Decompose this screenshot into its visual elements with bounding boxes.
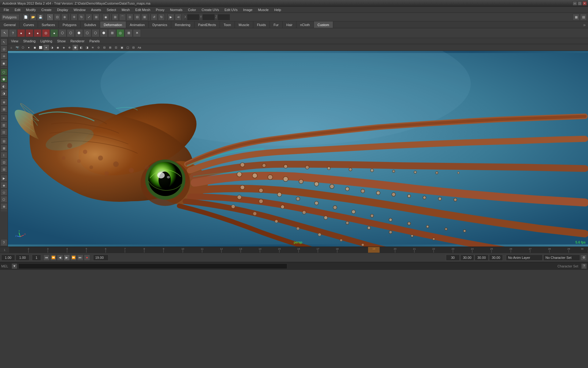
shelf-icon-13[interactable]: ✕ [133, 29, 141, 37]
tab-toon[interactable]: Toon [220, 21, 235, 28]
play-back-button[interactable]: ◀ [57, 255, 63, 261]
vp-home-button[interactable]: ⌂ [9, 45, 14, 50]
range-start-field[interactable] [446, 255, 460, 261]
snap-view-button[interactable]: ⊟ [134, 14, 141, 21]
close-button[interactable]: ✕ [582, 1, 587, 6]
select-mode-button[interactable]: ↖ [1, 39, 7, 45]
play-last-button[interactable]: ⏭ [77, 255, 83, 261]
save-scene-button[interactable]: 💾 [37, 14, 44, 21]
tab-curves[interactable]: Curves [20, 21, 38, 28]
soft-mod-button[interactable]: ◉ [1, 60, 7, 67]
start-frame-field[interactable] [1, 255, 15, 261]
tab-general[interactable]: General [0, 21, 20, 28]
vp-camera-gate-button[interactable]: ⊡ [113, 45, 119, 50]
show-manipulator-button[interactable]: ⊕ [1, 99, 7, 105]
tab-hair[interactable]: Hair [283, 21, 296, 28]
brush-button[interactable]: ◑ [1, 90, 7, 97]
tab-surfaces[interactable]: Surfaces [38, 21, 59, 28]
tab-dynamics[interactable]: Dynamics [149, 21, 171, 28]
menu-color[interactable]: Color [186, 7, 198, 12]
outliner-button[interactable]: ⊟ [1, 138, 7, 144]
shelf-icon-12[interactable]: ⊠ [125, 29, 133, 37]
range-end-field[interactable] [460, 255, 474, 261]
tab-animation[interactable]: Animation [126, 21, 149, 28]
snap-live-button[interactable]: ⊠ [141, 14, 148, 21]
shelf-icon-green2[interactable]: ◎ [116, 29, 124, 37]
shelf-icon-5[interactable]: ⬡ [58, 29, 66, 37]
visor-button[interactable]: ◇ [1, 189, 7, 196]
vp-menu-show[interactable]: Show [55, 39, 68, 43]
timeline-ruler[interactable]: 1 2 3 4 5 6 7 8 9 10 11 12 [0, 247, 588, 253]
snap-point-button[interactable]: ⊙ [126, 14, 133, 21]
vp-wire-button[interactable]: ⬡ [20, 45, 26, 50]
minimize-button[interactable]: ─ [573, 1, 577, 6]
shelf-icon-red2[interactable]: ● [25, 29, 33, 37]
render-button[interactable]: ▶ [168, 14, 174, 21]
tab-expand-button[interactable]: » [581, 21, 588, 28]
paint-button[interactable]: ◐ [1, 83, 7, 90]
move-tool-button[interactable]: ✛ [71, 14, 77, 21]
trax-editor-button[interactable]: ⊟ [1, 166, 7, 173]
soft-select-button[interactable]: ◉ [102, 14, 109, 21]
tab-subdivs[interactable]: Subdivs [81, 21, 100, 28]
channel-box-button[interactable]: ☰ [1, 122, 7, 128]
select-tool-button[interactable]: ↖ [47, 14, 53, 21]
character-set-field[interactable]: No Character Set [543, 255, 580, 261]
layout-button[interactable]: ▦ [573, 14, 579, 21]
shelf-icon-red3[interactable]: ● [34, 29, 42, 37]
vp-xray-button[interactable]: ◈ [61, 45, 66, 50]
vp-resolution-gate-button[interactable]: ▢ [125, 45, 130, 50]
vp-dof-button[interactable]: ⊙ [96, 45, 101, 50]
playback-end-field[interactable] [489, 255, 503, 261]
vp-menu-renderer[interactable]: Renderer [69, 39, 86, 43]
transform-button[interactable]: ✛ [1, 53, 7, 59]
tab-rendering[interactable]: Rendering [171, 21, 194, 28]
menu-help[interactable]: Help [272, 7, 284, 12]
viewport-canvas[interactable]: Verts: 0 0 0 Edges: 0 0 0 Faces: 0 0 [8, 51, 588, 247]
shelf-icon-green1[interactable]: ● [50, 29, 58, 37]
paint-select-button[interactable]: ⊕ [61, 14, 68, 21]
dope-sheet-button[interactable]: ⊡ [1, 159, 7, 166]
shelf-icon-10[interactable]: ⬢ [100, 29, 108, 37]
current-frame-field[interactable] [16, 255, 29, 261]
y-input[interactable] [202, 14, 215, 20]
vp-safe-areas-button[interactable]: ⊟ [131, 45, 136, 50]
render-view-button[interactable]: ▶ [1, 175, 7, 182]
blend-shape-button[interactable]: ⬡ [1, 196, 7, 203]
tab-polygons[interactable]: Polygons [59, 21, 80, 28]
frame-number-field[interactable] [32, 255, 41, 261]
tab-muscle[interactable]: Muscle [235, 21, 253, 28]
mel-input[interactable] [18, 263, 287, 269]
tab-fluids[interactable]: Fluids [253, 21, 270, 28]
vp-high-res-button[interactable]: ◉ [55, 45, 61, 50]
vp-hud-button[interactable]: ⊟ [102, 45, 107, 50]
timeline-settings-button[interactable]: ⚙ [581, 255, 587, 261]
tab-ncloth[interactable]: nCloth [296, 21, 314, 28]
menu-image[interactable]: Image [241, 7, 255, 12]
sculpt-button[interactable]: ⬡ [1, 69, 7, 75]
mode-selector[interactable]: Polygons [1, 14, 20, 20]
menu-edit-uvs[interactable]: Edit UVs [222, 7, 240, 12]
vp-ao-button[interactable]: ◨ [84, 45, 90, 50]
vp-flat-button[interactable]: ◼ [32, 45, 37, 50]
play-next-button[interactable]: ⏩ [70, 255, 77, 261]
vp-smooth-button[interactable]: ● [26, 45, 32, 50]
rotate-tool-button[interactable]: ↻ [78, 14, 85, 21]
menu-edit[interactable]: Edit [12, 7, 23, 12]
scale-tool-button[interactable]: ⤢ [85, 14, 92, 21]
menu-select[interactable]: Select [104, 7, 119, 12]
graph-editor-button[interactable]: ⌇ [1, 152, 7, 159]
playback-start-field[interactable] [475, 255, 488, 261]
ipr-button[interactable]: ⊲ [175, 14, 182, 21]
vp-motion-blur-button[interactable]: ≋ [90, 45, 96, 50]
menu-create[interactable]: Create [39, 7, 54, 12]
help-line-button[interactable]: ? [581, 263, 587, 269]
menu-normals[interactable]: Normals [168, 7, 185, 12]
tab-fur[interactable]: Fur [270, 21, 283, 28]
current-time-display[interactable]: 19.00 [93, 255, 108, 261]
vp-shadow-button[interactable]: ◧ [78, 45, 84, 50]
vp-menu-shading[interactable]: Shading [21, 39, 37, 43]
shelf-icon-red4[interactable]: ◎ [42, 29, 50, 37]
snap-grid-button[interactable]: ⊞ [112, 14, 119, 21]
shelf-icon-7[interactable]: ⬢ [75, 29, 83, 37]
